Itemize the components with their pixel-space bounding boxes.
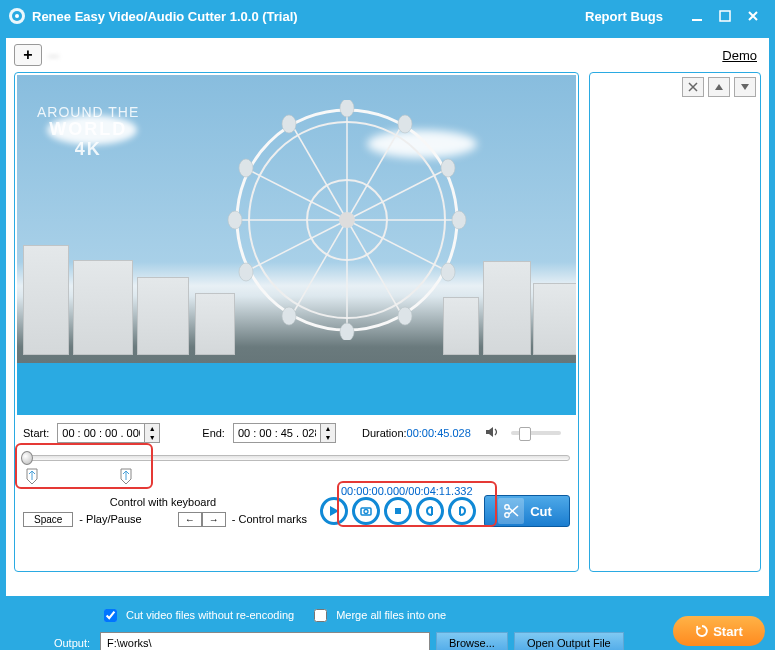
mark-end-button[interactable]: [448, 497, 476, 525]
svg-rect-4: [720, 11, 730, 21]
volume-icon[interactable]: [485, 426, 499, 440]
start-time-input[interactable]: ▲▼: [57, 423, 160, 443]
video-panel: AROUND THE WORLD 4K Start: ▲▼ End:: [14, 72, 579, 572]
add-file-button[interactable]: +: [14, 44, 42, 66]
svg-point-27: [282, 307, 296, 325]
minimize-button[interactable]: [683, 4, 711, 28]
svg-rect-3: [692, 19, 702, 21]
segments-panel: [589, 72, 761, 572]
maximize-button[interactable]: [711, 4, 739, 28]
playback-time-counter: 00:00:00.000/00:04:11.332: [341, 485, 473, 497]
app-title: Renee Easy Video/Audio Cutter 1.0.0 (Tri…: [32, 9, 298, 24]
app-logo-icon: [8, 7, 26, 25]
start-button[interactable]: Start: [673, 616, 765, 646]
svg-point-25: [398, 307, 412, 325]
demo-link[interactable]: Demo: [722, 48, 757, 63]
svg-point-24: [441, 263, 455, 281]
keyboard-hints: Control with keyboard Space - Play/Pause…: [23, 496, 320, 527]
video-preview[interactable]: AROUND THE WORLD 4K: [17, 75, 576, 415]
output-label: Output:: [10, 637, 90, 649]
move-down-button[interactable]: [734, 77, 756, 97]
svg-point-28: [239, 263, 253, 281]
refresh-icon: [695, 624, 709, 638]
output-path-input[interactable]: [100, 632, 430, 650]
move-up-button[interactable]: [708, 77, 730, 97]
cut-button[interactable]: Cut: [484, 495, 570, 527]
svg-point-29: [228, 211, 242, 229]
svg-point-23: [452, 211, 466, 229]
close-button[interactable]: [739, 4, 767, 28]
volume-slider[interactable]: [511, 431, 561, 435]
svg-point-21: [398, 115, 412, 133]
left-arrow-key-hint: ←: [178, 512, 202, 527]
end-up-icon[interactable]: ▲: [321, 424, 335, 433]
right-arrow-key-hint: →: [202, 512, 226, 527]
mark-start-button[interactable]: [416, 497, 444, 525]
delete-segment-button[interactable]: [682, 77, 704, 97]
open-output-button[interactable]: Open Output File: [514, 632, 624, 650]
start-label: Start:: [23, 427, 49, 439]
range-slider[interactable]: [23, 449, 570, 489]
end-mark-handle[interactable]: [119, 467, 133, 485]
browse-button[interactable]: Browse...: [436, 632, 508, 650]
duration-value: 00:00:45.028: [407, 427, 471, 439]
end-time-input[interactable]: ▲▼: [233, 423, 336, 443]
svg-point-20: [340, 100, 354, 117]
no-reencode-label: Cut video files without re-encoding: [126, 609, 294, 621]
duration-label: Duration:: [362, 427, 407, 439]
svg-point-2: [15, 14, 19, 18]
svg-point-34: [364, 510, 368, 514]
start-mark-handle[interactable]: [25, 467, 39, 485]
svg-rect-35: [395, 508, 401, 514]
video-content-wheel: [227, 100, 467, 340]
space-key-hint: Space: [23, 512, 73, 527]
svg-point-32: [339, 212, 355, 228]
svg-point-22: [441, 159, 455, 177]
bottom-bar: Cut video files without re-encoding Merg…: [0, 602, 775, 650]
loaded-file-path: —: [48, 49, 722, 61]
titlebar: Renee Easy Video/Audio Cutter 1.0.0 (Tri…: [0, 0, 775, 32]
svg-point-26: [340, 323, 354, 340]
start-up-icon[interactable]: ▲: [145, 424, 159, 433]
snapshot-button[interactable]: [352, 497, 380, 525]
start-down-icon[interactable]: ▼: [145, 433, 159, 442]
video-watermark: AROUND THE WORLD 4K: [37, 105, 139, 160]
no-reencode-checkbox[interactable]: [104, 609, 117, 622]
stop-button[interactable]: [384, 497, 412, 525]
playhead-knob[interactable]: [21, 451, 33, 465]
end-down-icon[interactable]: ▼: [321, 433, 335, 442]
svg-point-30: [239, 159, 253, 177]
scissors-icon: [503, 503, 519, 519]
play-button[interactable]: [320, 497, 348, 525]
merge-checkbox[interactable]: [314, 609, 327, 622]
end-label: End:: [202, 427, 225, 439]
report-bugs-link[interactable]: Report Bugs: [585, 9, 663, 24]
merge-label: Merge all files into one: [336, 609, 446, 621]
svg-point-31: [282, 115, 296, 133]
